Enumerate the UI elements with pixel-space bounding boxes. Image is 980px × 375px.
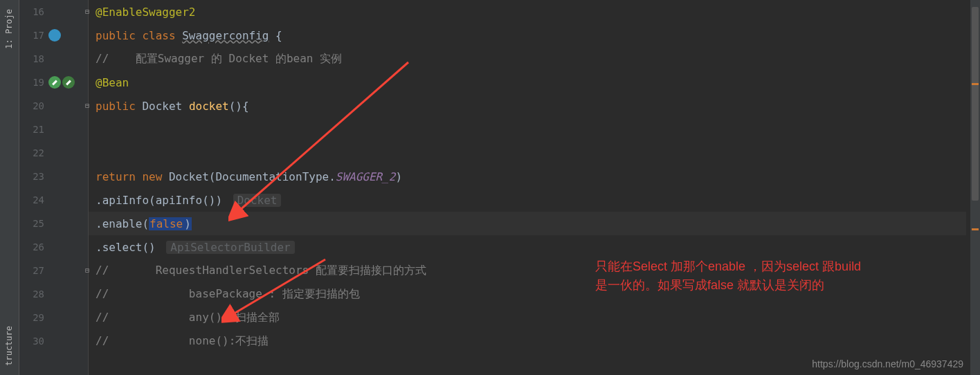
tool-window-bar-left: 1: Proje tructure [0,0,19,375]
type-hint: ApiSelectorBuilder [166,241,294,254]
line-number: 17 [26,30,44,41]
scrollbar-error-mark[interactable] [972,228,979,230]
line-number: 24 [26,194,44,205]
line-number: 25 [26,218,44,229]
code-line [89,118,966,141]
line-number: 29 [26,312,44,323]
line-number: 30 [26,336,44,347]
code-line: // 配置Swagger 的 Docket 的bean 实例 [89,47,966,71]
code-line-current: .enable(false) [89,212,966,235]
spring-bean-icon[interactable] [48,76,61,89]
line-number: 19 [26,77,44,88]
bean-icon[interactable] [48,29,61,42]
code-editor[interactable]: @EnableSwagger2 public class Swaggerconf… [89,0,966,375]
code-line: public Docket docket(){ [89,94,966,118]
line-number: 21 [26,124,44,135]
code-line: return new Docket(DocumentationType.SWAG… [89,165,966,188]
code-line [89,141,966,165]
line-number: 18 [26,53,44,64]
scrollbar-thumb[interactable] [972,7,979,201]
code-line: // any() :扫描全部 [89,306,966,329]
line-number: 23 [26,171,44,182]
line-number: 16 [26,6,44,17]
line-number: 27 [26,265,44,276]
code-line: .select() ApiSelectorBuilder [89,235,966,259]
code-line: // none():不扫描 [89,329,966,353]
line-number: 20 [26,100,44,111]
tab-label: 1: Proje [4,9,14,49]
spring-bean-icon[interactable] [62,76,75,89]
project-tool-tab[interactable]: 1: Proje [1,3,17,55]
code-line: public class Swaggerconfig { [89,24,966,47]
watermark-text: https://blog.csdn.net/m0_46937429 [812,358,963,369]
editor-gutter[interactable]: 16⊟ 17 18 19 20⊟ 21 22 23 24 25 26 27⊟ 2… [19,0,89,375]
code-line: .apiInfo(apiInfo()) Docket [89,188,966,212]
annotation-callout: 只能在Select 加那个enable ，因为select 跟build 是一伙… [595,257,861,295]
line-number: 22 [26,147,44,158]
line-number: 26 [26,241,44,253]
line-number: 28 [26,289,44,300]
tab-label: tructure [4,326,14,366]
code-line: @EnableSwagger2 [89,0,966,24]
type-hint: Docket [233,194,282,207]
editor-scrollbar[interactable] [970,0,980,375]
scrollbar-error-mark[interactable] [972,83,979,85]
code-line: @Bean [89,71,966,94]
structure-tool-tab[interactable]: tructure [1,320,17,372]
